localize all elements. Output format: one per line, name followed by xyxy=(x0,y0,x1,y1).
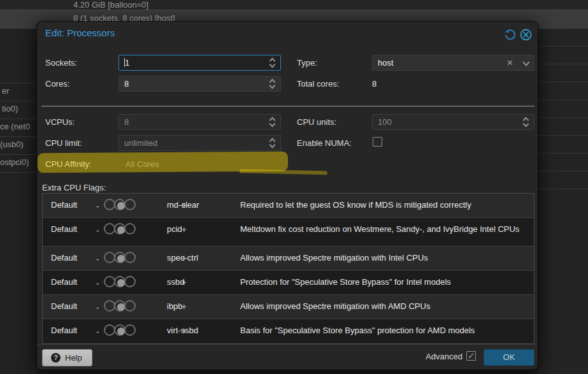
slider-dots[interactable] xyxy=(104,199,134,210)
memory-row-value: 4.20 GiB [balloon=0] xyxy=(73,0,148,10)
type-combobox[interactable]: host ✕ xyxy=(372,55,534,71)
cpu-affinity-label: CPU Affinity: xyxy=(45,159,92,169)
background-right-strip xyxy=(538,29,588,374)
slider-dot[interactable] xyxy=(124,223,136,234)
row-fragment: ostpci0) xyxy=(0,157,29,167)
row-divider xyxy=(538,82,588,82)
advanced-label: Advanced xyxy=(426,352,463,361)
sockets-input[interactable]: 1 xyxy=(118,55,281,71)
row-fragment: tio0) xyxy=(2,104,18,113)
type-label: Type: xyxy=(297,58,317,68)
extra-cpu-flags-label: Extra CPU Flags: xyxy=(42,183,106,192)
row-divider xyxy=(538,135,588,136)
section-divider xyxy=(41,106,534,107)
flag-description: Basis for "Speculative Store Bypass" pro… xyxy=(240,326,527,336)
flag-name: ibpb xyxy=(167,301,183,311)
flag-description: Allows improved Spectre mitigation with … xyxy=(240,253,527,263)
help-button[interactable]: ? Help xyxy=(42,349,92,366)
cores-label: Cores: xyxy=(45,79,69,89)
row-divider xyxy=(538,64,588,64)
cpu-units-label: CPU units: xyxy=(297,117,336,127)
flag-name: virt-ssbd xyxy=(167,326,198,335)
slider-dot[interactable] xyxy=(124,324,136,336)
close-icon[interactable] xyxy=(520,29,532,41)
slider-dot[interactable] xyxy=(124,252,136,263)
dialog-footer: ? Help Advanced ✓ OK xyxy=(37,344,538,370)
cores-value: 8 xyxy=(124,79,129,89)
proxmox-screen: 4.20 GiB [balloon=0] 8 (1 sockets, 8 cor… xyxy=(0,0,588,374)
cpu-flag-row-ssbd: Default - + ssbd Protection for "Specula… xyxy=(43,270,534,294)
type-value: host xyxy=(378,58,394,68)
advanced-checkbox[interactable]: ✓ xyxy=(466,351,476,361)
highlight-marker-tail xyxy=(240,169,327,175)
minus-label[interactable]: - xyxy=(96,254,99,264)
cpu-affinity-value[interactable]: All Cores xyxy=(125,159,159,169)
flag-state-label: Default xyxy=(51,277,77,287)
row-fragment: (usb0) xyxy=(0,140,24,149)
slider-dots[interactable] xyxy=(104,324,134,336)
slider-dot[interactable] xyxy=(124,276,136,287)
cores-spinner[interactable] xyxy=(268,78,278,90)
cpu-limit-value: unlimited xyxy=(124,138,157,148)
row-divider xyxy=(538,153,588,154)
row-divider xyxy=(538,46,588,47)
minus-label[interactable]: - xyxy=(96,303,99,313)
vcpus-label: VCPUs: xyxy=(45,117,75,127)
minus-label[interactable]: - xyxy=(96,226,99,236)
flag-description: Allows improved Spectre mitigation with … xyxy=(240,301,527,312)
slider-dots[interactable] xyxy=(104,223,134,234)
slider-dots[interactable] xyxy=(104,252,134,263)
flag-name: pcid xyxy=(167,224,182,234)
cpu-flag-row-ibpb: Default - + ibpb Allows improved Spectre… xyxy=(43,294,534,319)
flag-description: Required to let the guest OS know if MDS… xyxy=(240,200,527,210)
flag-state-label: Default xyxy=(51,326,77,335)
cpu-units-spinner xyxy=(521,116,531,129)
slider-dot[interactable] xyxy=(124,300,136,312)
enable-numa-checkbox[interactable] xyxy=(373,137,382,147)
cpu-flag-row-pcid: Default - + pcid Meltdown fix cost reduc… xyxy=(43,217,534,246)
minus-label[interactable]: - xyxy=(96,278,99,289)
flag-description: Meltdown fix cost reduction on Westmere,… xyxy=(240,224,527,234)
background-left-strip: er tio0) ce (net0 (usb0) ostpci0) xyxy=(0,29,36,374)
row-divider xyxy=(0,172,36,173)
row-divider xyxy=(0,136,36,137)
row-divider xyxy=(538,189,588,189)
ok-button[interactable]: OK xyxy=(484,349,534,366)
row-divider xyxy=(0,119,36,119)
total-cores-value: 8 xyxy=(372,79,376,89)
slider-dots[interactable] xyxy=(104,276,134,287)
cores-input[interactable]: 8 xyxy=(118,76,281,92)
undo-icon[interactable] xyxy=(503,29,515,41)
chevron-down-icon[interactable] xyxy=(522,59,529,66)
flag-description: Protection for "Speculative Store Bypass… xyxy=(240,277,527,287)
vcpus-value: 8 xyxy=(124,117,129,127)
sockets-value: 1 xyxy=(124,58,129,68)
cpu-flag-row-virt-ssbd: Default - + virt-ssbd Basis for "Specula… xyxy=(43,319,534,344)
minus-label[interactable]: - xyxy=(96,327,99,337)
enable-numa-label: Enable NUMA: xyxy=(297,138,352,148)
flag-state-label: Default xyxy=(51,224,77,234)
slider-dots[interactable] xyxy=(104,300,134,312)
flag-name: ssbd xyxy=(167,277,184,287)
row-divider xyxy=(0,154,36,155)
cpu-flag-row-spec-ctrl: Default - + spec-ctrl Allows improved Sp… xyxy=(43,246,534,270)
minus-label[interactable]: - xyxy=(96,201,99,212)
cpu-flag-row-md-clear: Default - + md-clear Required to let the… xyxy=(43,194,534,217)
sockets-label: Sockets: xyxy=(45,58,77,68)
flag-name: md-clear xyxy=(167,200,199,210)
row-fragment: er xyxy=(2,86,10,96)
clear-icon[interactable]: ✕ xyxy=(506,58,513,68)
plus-label[interactable]: + xyxy=(182,224,187,234)
background-row-memory: 4.20 GiB [balloon=0] xyxy=(0,0,588,10)
cpu-flags-table: Default - + md-clear Required to let the… xyxy=(42,193,534,344)
sockets-spinner[interactable] xyxy=(268,57,278,69)
check-icon: ✓ xyxy=(468,350,475,361)
row-divider xyxy=(538,171,588,171)
flag-state-label: Default xyxy=(51,200,77,210)
flag-state-label: Default xyxy=(51,253,77,263)
edit-processors-dialog: Edit: Processors Sockets: 1 Type: host ✕ xyxy=(36,21,538,370)
vcpus-input: 8 xyxy=(118,114,281,130)
slider-dot[interactable] xyxy=(124,199,136,210)
row-divider xyxy=(538,117,588,118)
row-divider xyxy=(0,83,36,83)
